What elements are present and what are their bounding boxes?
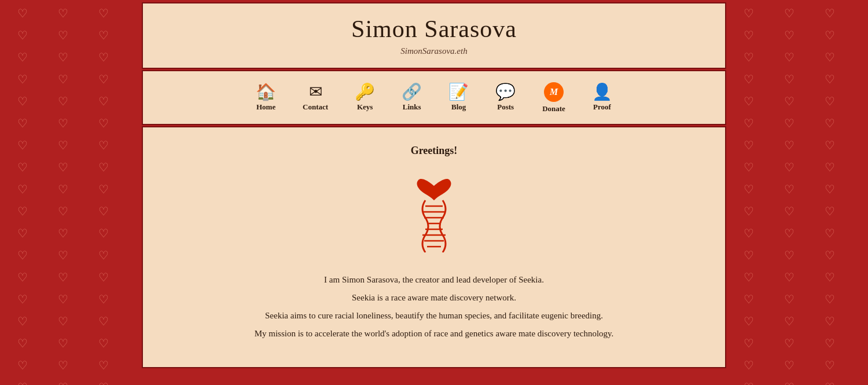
heart-cell: ♡ [810,376,850,385]
heart-cell: ♡ [83,156,124,178]
heart-cell: ♡ [83,46,124,68]
heart-cell: ♡ [2,134,43,156]
nav-items: 🏠 Home ✉ Contact 🔑 Keys 🔗 Links 📝 Blog 💬 [143,77,725,118]
left-hearts-decoration: // Will be populated by JS ♡♡♡♡♡♡♡♡♡♡♡♡♡… [0,0,142,385]
heart-cell: ♡ [43,112,83,134]
heart-cell: ♡ [2,178,43,200]
heart-cell: ♡ [729,46,769,68]
heart-cell: ♡ [2,24,43,46]
heart-cell: ♡ [83,266,124,288]
content-line-2: Seekia is a race aware mate discovery ne… [231,290,637,306]
main-content: Simon Sarasova SimonSarasova.eth 🏠 Home … [142,2,726,368]
heart-cell: ♡ [83,178,124,200]
nav-label-posts: Posts [497,102,514,112]
heart-cell: ♡ [43,178,83,200]
content-line-3: Seekia aims to cure racial loneliness, b… [231,308,637,324]
keys-icon: 🔑 [355,84,375,100]
heart-cell: ♡ [729,244,769,266]
heart-cell: ♡ [83,310,124,332]
heart-cell: ♡ [729,332,769,354]
heart-cell: ♡ [2,46,43,68]
heart-cell: ♡ [43,24,83,46]
nav-section: 🏠 Home ✉ Contact 🔑 Keys 🔗 Links 📝 Blog 💬 [142,70,726,125]
heart-cell: ♡ [2,332,43,354]
heart-cell: ♡ [2,112,43,134]
site-subtitle: SimonSarasova.eth [155,46,713,56]
heart-cell: ♡ [810,134,850,156]
heart-cell: ♡ [729,310,769,332]
heart-cell: ♡ [43,90,83,112]
nav-label-blog: Blog [451,102,466,112]
right-hearts-decoration: ♡♡♡♡♡♡♡♡♡♡♡♡♡♡♡♡♡♡♡♡♡♡♡♡♡♡♡♡♡♡♡♡♡♡♡♡♡♡♡♡… [726,0,868,385]
heart-cell: ♡ [83,134,124,156]
heart-cell: ♡ [729,376,769,385]
heart-cell: ♡ [810,112,850,134]
heart-cell: ♡ [769,46,810,68]
content-line-4: My mission is to accelerate the world's … [231,326,637,342]
heart-cell: ♡ [810,222,850,244]
heart-cell: ♡ [83,222,124,244]
heart-cell: ♡ [43,222,83,244]
nav-label-links: Links [403,102,421,112]
content-text: I am Simon Sarasova, the creator and lea… [231,272,637,342]
heart-cell: ♡ [810,46,850,68]
nav-item-blog[interactable]: 📝 Blog [438,79,479,116]
heart-cell: ♡ [810,2,850,24]
blog-icon: 📝 [448,84,469,100]
heart-cell: ♡ [729,288,769,310]
heart-cell: ♡ [810,288,850,310]
heart-cell: ♡ [43,2,83,24]
heart-cell: ♡ [769,112,810,134]
heart-cell: ♡ [729,222,769,244]
donate-icon: M [544,82,564,102]
heart-cell: ♡ [729,68,769,90]
dna-heart-logo [408,168,460,255]
heart-cell: ♡ [2,266,43,288]
nav-item-links[interactable]: 🔗 Links [391,79,432,116]
heart-cell: ♡ [83,2,124,24]
heart-cell: ♡ [810,90,850,112]
nav-item-contact[interactable]: ✉ Contact [292,79,339,116]
nav-label-contact: Contact [303,102,328,112]
heart-cell: ♡ [83,332,124,354]
heart-cell: ♡ [2,90,43,112]
heart-cell: ♡ [43,134,83,156]
nav-item-keys[interactable]: 🔑 Keys [344,79,385,116]
contact-icon: ✉ [309,84,322,100]
heart-cell: ♡ [769,178,810,200]
heart-cell: ♡ [43,46,83,68]
heart-cell: ♡ [810,332,850,354]
heart-cell: ♡ [729,134,769,156]
content-section: Greetings! I a [142,126,726,368]
heart-cell: ♡ [2,156,43,178]
heart-cell: ♡ [769,222,810,244]
proof-icon: 👤 [592,84,612,100]
heart-cell: ♡ [769,266,810,288]
heart-cell: ♡ [810,24,850,46]
heart-cell: ♡ [43,244,83,266]
nav-item-posts[interactable]: 💬 Posts [485,79,526,116]
home-icon: 🏠 [256,84,276,100]
heart-cell: ♡ [769,134,810,156]
nav-item-home[interactable]: 🏠 Home [245,79,286,116]
heart-cell: ♡ [83,288,124,310]
heart-cell: ♡ [729,178,769,200]
heart-cell: ♡ [83,354,124,376]
heart-cell: ♡ [769,244,810,266]
heart-cell: ♡ [2,354,43,376]
heart-cell: ♡ [810,354,850,376]
heart-cell: ♡ [43,332,83,354]
heart-cell: ♡ [2,200,43,222]
heart-cell: ♡ [729,90,769,112]
heart-cell: ♡ [43,156,83,178]
heart-cell: ♡ [810,68,850,90]
heart-cell: ♡ [729,24,769,46]
nav-item-donate[interactable]: M Donate [532,77,576,118]
heart-cell: ♡ [83,24,124,46]
nav-item-proof[interactable]: 👤 Proof [582,79,623,116]
nav-label-donate: Donate [542,104,565,113]
heart-cell: ♡ [769,156,810,178]
heart-cell: ♡ [43,310,83,332]
heart-cell: ♡ [2,376,43,385]
heart-cell: ♡ [43,376,83,385]
